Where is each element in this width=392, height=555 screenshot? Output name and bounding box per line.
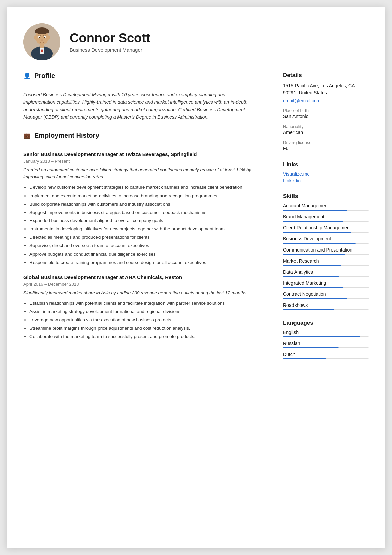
skill-integrated-marketing: Integrated Marketing (283, 280, 369, 288)
header: Connor Scott Business Development Manage… (23, 23, 369, 60)
skill-market-research: Market Research (283, 258, 369, 266)
skill-bar-fill (283, 287, 343, 288)
details-title: Details (283, 72, 369, 79)
skill-account-management: Account Management (283, 203, 369, 211)
header-info: Connor Scott Business Development Manage… (70, 31, 150, 53)
resume-page: Connor Scott Business Development Manage… (7, 7, 385, 548)
bullet-item: Develop new customer development strateg… (29, 184, 258, 191)
bullet-item: Collaborate with the marketing team to s… (29, 333, 258, 340)
skill-bar-bg (283, 276, 369, 277)
skill-bar-bg (283, 265, 369, 266)
lang-bar-bg (283, 358, 369, 359)
svg-rect-8 (35, 30, 49, 33)
skill-bar-bg (283, 298, 369, 299)
skill-business-development: Business Development (283, 236, 369, 244)
bullet-item: Streamline profit margins through price … (29, 325, 258, 332)
skill-bar-fill (283, 265, 341, 266)
languages-section: Languages English Russian Dutch (283, 320, 369, 359)
lang-bar-fill (283, 358, 326, 359)
left-column: 👤 Profile Focused Business Development M… (23, 72, 271, 528)
job-title-1: Senior Business Development Manager at T… (23, 151, 258, 158)
main-layout: 👤 Profile Focused Business Development M… (23, 72, 369, 528)
skill-data-analytics: Data Analytics (283, 269, 369, 277)
skill-name: Account Management (283, 203, 369, 208)
skill-name: Brand Management (283, 214, 369, 219)
skill-communication: Communication and Presentation (283, 247, 369, 255)
nationality-value: American (283, 129, 369, 136)
lang-english: English (283, 330, 369, 337)
bullet-item: Build corporate relationships with custo… (29, 201, 258, 208)
detail-email[interactable]: email@email.com (283, 98, 369, 103)
lang-bar-bg (283, 336, 369, 337)
svg-point-14 (44, 37, 45, 38)
lang-bar-fill (283, 336, 360, 337)
bullet-item: Assist in marketing strategy development… (29, 308, 258, 315)
skill-bar-bg (283, 232, 369, 233)
bullet-item: Implement and execute marketing activiti… (29, 192, 258, 200)
svg-point-13 (39, 37, 40, 38)
skill-bar-fill (283, 298, 347, 299)
bullet-item: Directed all meetings and produced prese… (29, 234, 258, 241)
skill-name: Business Development (283, 236, 369, 241)
avatar (23, 23, 60, 60)
skill-bar-bg (283, 210, 369, 211)
bullet-item: Instrumental in developing initiatives f… (29, 226, 258, 233)
profile-section: 👤 Profile Focused Business Development M… (23, 72, 258, 121)
skill-bar-bg (283, 309, 369, 310)
detail-address: 1515 Pacific Ave, Los Angeles, CA 90291,… (283, 82, 369, 96)
job-dates-2: April 2016 – December 2018 (23, 282, 258, 287)
lang-name: Russian (283, 341, 369, 346)
job-dates-1: January 2018 – Present (23, 159, 258, 164)
skill-bar-bg (283, 287, 369, 288)
employment-icon: 💼 (23, 132, 31, 139)
employment-section-title: 💼 Employment History (23, 132, 258, 140)
skill-name: Data Analytics (283, 269, 369, 275)
bullet-item: Supervise, direct and oversee a team of … (29, 242, 258, 249)
job-summary-2: Significantly improved market share in A… (23, 289, 258, 297)
lang-name: English (283, 330, 369, 335)
job-entry-2: Global Business Development Manager at A… (23, 274, 258, 340)
skill-name: Client Relationship Management (283, 225, 369, 230)
details-section: Details 1515 Pacific Ave, Los Angeles, C… (283, 72, 369, 152)
bullet-item: Expanded business development aligned to… (29, 217, 258, 224)
links-section: Links Visualize.me Linkedin (283, 161, 369, 183)
skill-client-relationship: Client Relationship Management (283, 225, 369, 233)
candidate-name: Connor Scott (70, 31, 150, 45)
job-bullets-2: Establish relationships with potential c… (23, 300, 258, 341)
lang-dutch: Dutch (283, 352, 369, 359)
profile-section-title: 👤 Profile (23, 72, 258, 80)
skill-bar-fill (283, 232, 351, 233)
skill-bar-fill (283, 221, 343, 222)
svg-rect-15 (40, 44, 44, 48)
place-of-birth-label: Place of birth (283, 108, 369, 113)
employment-divider (23, 144, 258, 144)
job-entry-1: Senior Business Development Manager at T… (23, 151, 258, 266)
profile-text: Focused Business Development Manager wit… (23, 91, 258, 121)
bullet-item: Responsible to create training programme… (29, 259, 258, 266)
driving-license-value: Full (283, 145, 369, 152)
bullet-item: Approve budgets and conduct financial du… (29, 251, 258, 258)
languages-title: Languages (283, 320, 369, 326)
driving-license-label: Driving license (283, 140, 369, 145)
link-visualize[interactable]: Visualize.me (283, 171, 369, 177)
link-linkedin[interactable]: Linkedin (283, 178, 369, 183)
skill-name: Roadshows (283, 302, 369, 308)
bullet-item: Leverage new opportunities via the execu… (29, 317, 258, 324)
skill-bar-bg (283, 254, 369, 255)
place-of-birth-value: San Antonio (283, 113, 369, 120)
skill-bar-fill (283, 210, 347, 211)
skills-section: Skills Account Management Brand Manageme… (283, 193, 369, 310)
skill-bar-fill (283, 309, 334, 310)
skill-name: Contract Negotiation (283, 291, 369, 297)
svg-point-9 (34, 36, 37, 40)
skill-bar-bg (283, 221, 369, 222)
skill-contract-negotiation: Contract Negotiation (283, 291, 369, 299)
links-title: Links (283, 161, 369, 168)
lang-name: Dutch (283, 352, 369, 357)
skill-roadshows: Roadshows (283, 302, 369, 310)
skill-bar-fill (283, 276, 339, 277)
bullet-item: Suggest improvements in business strateg… (29, 209, 258, 216)
skill-bar-fill (283, 243, 356, 244)
lang-bar-bg (283, 347, 369, 348)
skill-bar-fill (283, 254, 345, 255)
